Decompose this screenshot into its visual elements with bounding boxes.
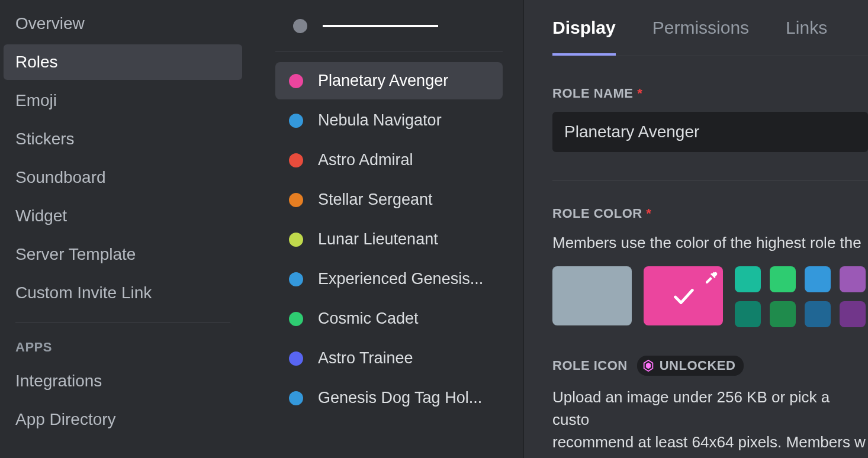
- role-item-label: Nebula Navigator: [318, 111, 442, 130]
- tab-links[interactable]: Links: [786, 18, 827, 56]
- boost-icon: [642, 359, 655, 372]
- eyedropper-icon: [704, 271, 718, 285]
- role-item[interactable]: Experienced Genesis...: [275, 260, 503, 298]
- required-asterisk: *: [646, 206, 651, 221]
- role-search-row[interactable]: [275, 6, 503, 51]
- role-item[interactable]: Nebula Navigator: [275, 102, 503, 139]
- role-color-help: Members use the color of the highest rol…: [552, 232, 868, 253]
- role-icon-label: ROLE ICON: [552, 358, 628, 373]
- role-item-label: Lunar Lieutenant: [318, 230, 438, 249]
- role-item-label: Cosmic Cadet: [318, 309, 419, 328]
- color-grid: [735, 266, 866, 327]
- sidebar-item-stickers[interactable]: Stickers: [4, 121, 242, 157]
- checkmark-icon: [670, 282, 697, 309]
- color-picker: [552, 266, 868, 327]
- search-role-dot: [293, 19, 307, 33]
- tab-permissions[interactable]: Permissions: [652, 18, 749, 56]
- color-default-swatch[interactable]: [552, 266, 632, 325]
- section-divider: [552, 180, 868, 181]
- sidebar-item-emoji[interactable]: Emoji: [4, 83, 242, 118]
- role-name-label: ROLE NAME *: [552, 86, 868, 101]
- role-color-dot: [289, 272, 303, 286]
- color-swatch[interactable]: [770, 266, 796, 292]
- settings-sidebar: Overview Roles Emoji Stickers Soundboard…: [0, 0, 246, 458]
- role-color-dot: [289, 233, 303, 247]
- sidebar-item-app-directory[interactable]: App Directory: [4, 402, 242, 437]
- role-color-dot: [289, 193, 303, 207]
- apps-header: APPS: [4, 334, 242, 363]
- role-color-dot: [289, 351, 303, 366]
- role-item-label: Genesis Dog Tag Hol...: [318, 389, 482, 407]
- role-item[interactable]: Cosmic Cadet: [275, 300, 503, 337]
- sidebar-item-custom-invite-link[interactable]: Custom Invite Link: [4, 275, 242, 311]
- role-item[interactable]: Astro Trainee: [275, 340, 503, 377]
- role-color-dot: [289, 114, 303, 128]
- role-item[interactable]: Genesis Dog Tag Hol...: [275, 379, 503, 417]
- role-item-label: Stellar Sergeant: [318, 191, 433, 209]
- unlocked-badge: UNLOCKED: [637, 356, 744, 376]
- color-swatch[interactable]: [770, 301, 796, 327]
- role-item-label: Astro Admiral: [318, 151, 413, 169]
- tab-display[interactable]: Display: [552, 18, 616, 56]
- role-tabs: Display Permissions Links: [552, 18, 868, 56]
- role-item-label: Experienced Genesis...: [318, 270, 483, 288]
- role-name-input[interactable]: [552, 112, 868, 152]
- color-swatch[interactable]: [735, 301, 761, 327]
- sidebar-item-roles[interactable]: Roles: [4, 44, 242, 80]
- color-swatch[interactable]: [805, 301, 831, 327]
- role-color-dot: [289, 74, 303, 88]
- role-icon-description: Upload an image under 256 KB or pick a c…: [552, 386, 868, 453]
- search-line: [323, 25, 438, 27]
- sidebar-item-widget[interactable]: Widget: [4, 198, 242, 234]
- role-item[interactable]: Astro Admiral: [275, 141, 503, 179]
- sidebar-item-soundboard[interactable]: Soundboard: [4, 160, 242, 195]
- required-asterisk: *: [637, 86, 642, 101]
- color-selected-swatch[interactable]: [644, 266, 723, 325]
- sidebar-item-overview[interactable]: Overview: [4, 6, 242, 41]
- role-color-dot: [289, 153, 303, 167]
- role-item[interactable]: Planetary Avenger: [275, 62, 503, 99]
- color-swatch[interactable]: [805, 266, 831, 292]
- sidebar-item-integrations[interactable]: Integrations: [4, 363, 242, 399]
- color-swatch[interactable]: [735, 266, 761, 292]
- role-icon-section: ROLE ICON UNLOCKED: [552, 356, 868, 376]
- role-item-label: Astro Trainee: [318, 349, 413, 367]
- tabs-divider: [552, 56, 868, 56]
- sidebar-item-server-template[interactable]: Server Template: [4, 237, 242, 272]
- roles-list-column: Planetary AvengerNebula NavigatorAstro A…: [246, 0, 524, 458]
- role-edit-content: Display Permissions Links ROLE NAME * RO…: [524, 0, 868, 458]
- role-color-dot: [289, 391, 303, 405]
- color-swatch[interactable]: [840, 301, 866, 327]
- color-swatch[interactable]: [840, 266, 866, 292]
- role-item[interactable]: Lunar Lieutenant: [275, 221, 503, 258]
- role-color-dot: [289, 312, 303, 326]
- role-item[interactable]: Stellar Sergeant: [275, 181, 503, 218]
- sidebar-divider: [15, 322, 230, 323]
- role-item-label: Planetary Avenger: [318, 72, 448, 90]
- unlocked-text: UNLOCKED: [660, 358, 736, 373]
- role-color-label: ROLE COLOR *: [552, 206, 868, 221]
